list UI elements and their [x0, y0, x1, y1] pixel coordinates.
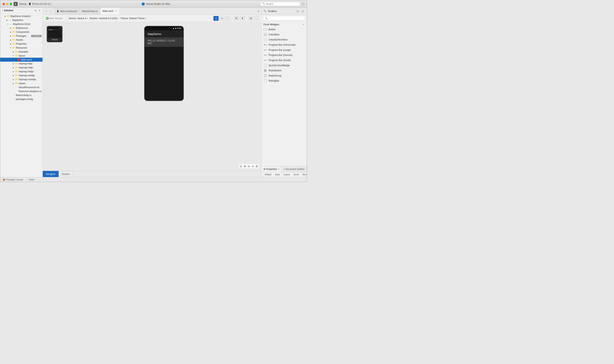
tree-item-assets[interactable]: 📁 Assets: [0, 38, 42, 42]
run-button[interactable]: [14, 2, 18, 6]
expand-mipmap-xhdpi[interactable]: [12, 70, 15, 73]
tab-main-axml[interactable]: Main.axml ✕: [100, 8, 120, 15]
expand-references[interactable]: [9, 27, 12, 29]
fit-btn[interactable]: ⊡: [239, 164, 243, 168]
tab-prev-btn[interactable]: ‹: [44, 9, 48, 13]
expand-mipmap-xxxhdpi[interactable]: [12, 78, 15, 81]
tree-item-mipmap-xxhdpi[interactable]: 📁 mipmap-xxhdpi: [0, 74, 42, 78]
toolbox-maximize-btn[interactable]: ⊡: [296, 9, 300, 13]
expand-mipmap-mdpi[interactable]: [12, 66, 15, 69]
settings-btn[interactable]: ⚙: [234, 16, 239, 21]
prop-subtab-behavior[interactable]: Behavior: [301, 173, 307, 176]
close-button[interactable]: [2, 3, 5, 5]
properties-tab-close-btn[interactable]: ✕: [278, 168, 279, 170]
device-selector[interactable]: Device: Nexus 4 ▾: [69, 17, 88, 20]
maximize-button[interactable]: [10, 3, 12, 5]
titlebar-search-box[interactable]: 🔍: [260, 2, 300, 6]
toolbox-item-radiobutton[interactable]: RadioButton: [261, 68, 307, 73]
tree-item-properties[interactable]: 📁 Properties: [0, 42, 42, 46]
device-thumbnail[interactable]: 6:00 MapDemo Default: [47, 26, 63, 42]
prop-subtab-style[interactable]: Style: [273, 173, 281, 176]
zoom-out-btn[interactable]: ⊖: [247, 164, 251, 168]
tree-item-layout[interactable]: 📁 layout: [0, 54, 42, 58]
toolbox-search-inner[interactable]: 🔍: [263, 16, 305, 20]
source-tab[interactable]: Source: [59, 171, 73, 177]
toolbox-item-progressbar-large[interactable]: Progress Bar (Large): [261, 47, 307, 52]
tab-next-btn[interactable]: ›: [49, 9, 53, 13]
theme-selector[interactable]: Theme: Default Theme ▾: [121, 17, 147, 20]
expand-components[interactable]: [9, 31, 12, 33]
tree-item-resources[interactable]: 📁 Resources: [0, 46, 42, 50]
tree-item-mipmap-xxxhdpi[interactable]: 📁 mipmap-xxxhdpi: [0, 78, 42, 81]
tree-item-mipmap-mdpi[interactable]: 📁 mipmap-mdpi: [0, 65, 42, 70]
prop-subtab-widget[interactable]: Widget: [263, 173, 273, 176]
portrait-btn[interactable]: ▯: [213, 16, 218, 21]
sidebar-collapse-btn[interactable]: ⊟: [34, 9, 37, 12]
toolbox-close-btn[interactable]: ✕: [301, 9, 305, 13]
tasks-item[interactable]: ✓ Tasks: [26, 178, 34, 181]
toolbox-item-progressbar-normal[interactable]: Progress Bar (Normal): [261, 52, 307, 58]
toolbox-item-ratingbar[interactable]: RatingBar: [261, 78, 307, 83]
zoom-in-btn[interactable]: ⊕: [243, 164, 247, 168]
more-btn[interactable]: …: [254, 16, 259, 21]
expand-mapdemo[interactable]: [6, 19, 9, 22]
tree-item-drawable[interactable]: 📁 drawable: [0, 50, 42, 54]
expand-properties[interactable]: [9, 42, 12, 45]
minus-btn[interactable]: −: [225, 16, 231, 21]
tab-mainactivity-cs[interactable]: MainActivity.cs: [80, 8, 100, 15]
tree-item-references[interactable]: 📁 References: [0, 26, 42, 30]
tree-item-packages[interactable]: 📁 Packages 3 updates: [0, 34, 42, 38]
tree-item-mipmap-hdpi[interactable]: 📁 mipmap-hdpi: [0, 62, 42, 65]
deploy-btn[interactable]: ⬇: [240, 16, 245, 21]
thumb-nav-arrow-icon[interactable]: ›: [64, 33, 65, 36]
expand-mipmap-xxhdpi[interactable]: [12, 74, 15, 77]
minimize-button[interactable]: [6, 3, 9, 5]
expand-drawable[interactable]: [12, 50, 15, 53]
designer-tab[interactable]: Designer: [43, 171, 59, 177]
version-selector[interactable]: Version: Android 6.0 (v23) ▾: [89, 17, 119, 20]
tree-item-values[interactable]: 📁 values: [0, 81, 42, 85]
tree-item-mapdemo-droid[interactable]: ▪ MapDemo.Droid: [0, 22, 42, 26]
tree-item-mipmap-xhdpi[interactable]: 📁 mipmap-xhdpi: [0, 70, 42, 74]
tree-item-main-axml[interactable]: 🔴 Main.axml: [0, 58, 42, 62]
tree-item-packages-config[interactable]: 📄 packages.config: [0, 97, 42, 101]
expand-packages[interactable]: [9, 35, 12, 37]
tab-more-btn[interactable]: ▾: [255, 8, 261, 15]
tree-item-mainactivity[interactable]: 📄 MainActivity.cs: [0, 93, 42, 97]
breadcrumb-device[interactable]: iPhone 6s iOS 9.2: [32, 2, 51, 5]
tree-item-about-resources[interactable]: 📄 AboutResources.txt: [0, 85, 42, 89]
expand-values[interactable]: [12, 82, 15, 85]
toolbox-search-input[interactable]: [268, 17, 303, 20]
expand-layout[interactable]: [12, 54, 15, 57]
toolbox-item-progressbar-h[interactable]: Progress Bar (Horizontal): [261, 42, 307, 47]
expand-assets[interactable]: [9, 39, 12, 41]
properties-tab[interactable]: ⊞ Properties ✕: [261, 166, 282, 172]
toolbox-item-checkedtextview[interactable]: CheckedTextView: [261, 37, 307, 42]
info-icon[interactable]: ⓘ: [302, 2, 304, 6]
prop-subtab-layout[interactable]: Layout: [282, 173, 292, 176]
expand-resources[interactable]: [9, 46, 12, 49]
expand-mapdemo-master[interactable]: [4, 15, 7, 18]
tab-main-storyboard[interactable]: 📱 Main.storyboard: [54, 8, 80, 15]
search-input[interactable]: [266, 2, 298, 5]
landscape-btn[interactable]: ▭: [219, 16, 225, 21]
tree-item-components[interactable]: 📁 Components: [0, 30, 42, 34]
toolbox-section-collapse-btn[interactable]: ▾: [302, 23, 305, 26]
tab-close-main-axml[interactable]: ✕: [115, 10, 117, 13]
document-outline-tab[interactable]: ≡ Document Outline: [282, 166, 307, 172]
tree-item-resource-designer[interactable]: 📄 Resource.designer.cs: [0, 89, 42, 93]
grid-btn[interactable]: ⊞: [248, 16, 253, 21]
tree-item-mapdemo-master[interactable]: 📁 MapDemo (master): [0, 14, 42, 18]
hello-button[interactable]: HELLO WORLD, CLICK ME!: [145, 37, 183, 47]
package-console-item[interactable]: 📦 Package Console: [2, 178, 23, 181]
toolbox-item-checkbox[interactable]: CheckBox: [261, 32, 307, 37]
toolbox-item-quickcontactbadge[interactable]: QuickContactBadge: [261, 63, 307, 68]
prop-subtab-scroll[interactable]: Scroll: [292, 173, 301, 176]
sidebar-close-btn[interactable]: ✕: [38, 9, 41, 12]
toolbox-item-radiogroup[interactable]: RadioGroup: [261, 73, 307, 78]
expand-mipmap-hdpi[interactable]: [12, 62, 15, 65]
expand-mapdemo-droid[interactable]: [7, 23, 9, 26]
new-version-btn[interactable]: New Version: [45, 16, 64, 20]
tree-item-mapdemo[interactable]: ▪ MapDemo: [0, 18, 42, 22]
zoom-fit-btn[interactable]: ⊞: [255, 164, 259, 168]
